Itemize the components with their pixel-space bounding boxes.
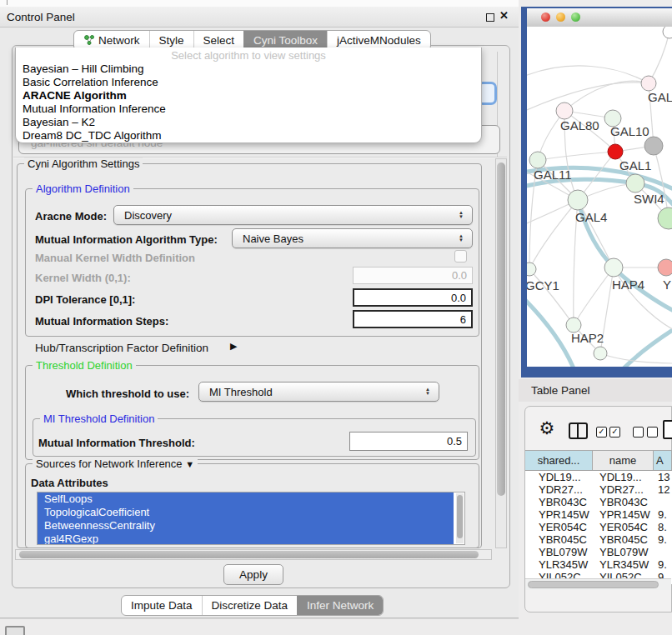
network-canvas[interactable]: GALGAL80GAL10GAL1GAL11SWI4GAL4GCY1HAP4YH… [527,27,672,367]
network-node[interactable] [594,347,607,360]
attribute-item-topologicalcoefficient[interactable]: TopologicalCoefficient [38,506,454,519]
network-node-y[interactable] [658,259,672,276]
table-row[interactable]: YDL19...YDL19...13 [525,471,672,483]
list-scrollbar-thumb[interactable] [457,495,463,538]
algorithm-option-mutual-information-inference[interactable]: Mutual Information Inference [16,102,481,116]
table-cell[interactable]: YPR145W [594,508,654,521]
close-icon[interactable]: ✕ [499,9,509,22]
network-node[interactable] [658,208,672,229]
table-cell[interactable]: YBL079W [525,546,594,558]
attribute-item-gal4rgexp[interactable]: gal4RGexp [38,532,454,545]
kernel-width-field[interactable]: 0.0 [353,267,473,284]
checked-checkbox-icon[interactable]: ✓ [596,427,607,438]
network-node[interactable] [663,27,672,38]
spinner-arrows-icon[interactable]: ▲▼ [422,388,434,396]
table-cell[interactable]: YBR045C [594,533,654,546]
tab-discretize-data[interactable]: Discretize Data [202,596,298,615]
table-cell[interactable]: YDR27... [525,483,594,496]
table-cell[interactable]: YPR145W [525,508,594,521]
network-node-gal80[interactable] [556,102,573,119]
algorithm-option-bayesian-hill-climbing[interactable]: Bayesian – Hill Climbing [16,62,481,76]
manual-kernel-checkbox[interactable] [454,250,467,262]
network-graph[interactable]: GALGAL80GAL10GAL1GAL11SWI4GAL4GCY1HAP4YH… [527,27,672,367]
table-cell[interactable]: YER054C [525,521,594,533]
table-cell[interactable]: YBR043C [525,496,594,508]
document-icon[interactable] [663,420,672,439]
network-node-gal1[interactable] [608,144,623,159]
attribute-item-selfloops[interactable]: SelfLoops [38,492,454,506]
which-threshold-combo[interactable]: MI Threshold ▲▼ [198,382,439,402]
settings-vscrollbar-thumb[interactable] [497,162,505,496]
spinner-arrows-icon[interactable]: ▲▼ [455,234,467,242]
table-cell[interactable]: YDR27... [594,483,654,496]
column-header-shared[interactable]: shared... [525,451,593,470]
mit-field[interactable]: 0.5 [349,432,468,451]
table-row[interactable]: YPR145WYPR145W9. [525,508,672,521]
network-node[interactable] [644,137,663,155]
expanded-arrow-icon[interactable]: ▼ [185,459,194,469]
table-cell[interactable]: 8. [654,521,672,533]
mi-type-combo[interactable]: Naive Bayes ▲▼ [232,228,473,248]
collapsed-panel-icon[interactable] [5,626,25,635]
table-cell[interactable]: YBR045C [525,533,594,546]
unchecked-checkbox-icon[interactable] [633,427,644,438]
aracne-mode-combo[interactable]: Discovery ▲▼ [113,205,473,225]
zoom-traffic-icon[interactable] [571,12,580,22]
network-node-gal4[interactable] [568,190,588,210]
network-node-gcy1[interactable] [527,262,536,276]
column-header-name[interactable]: name [593,451,654,470]
settings-hscrollbar[interactable] [15,549,492,560]
tab-infer-network[interactable]: Infer Network [297,596,383,615]
spinner-arrows-icon[interactable]: ▲▼ [455,211,467,219]
hub-section-label[interactable]: Hub/Transcription Factor Definition [35,342,208,354]
split-columns-icon[interactable] [569,422,588,439]
algorithm-option-bayesian-k2[interactable]: Bayesian – K2 [16,116,481,129]
network-node-gal11[interactable] [529,152,546,168]
network-node-hap4[interactable] [604,258,623,277]
close-traffic-icon[interactable] [541,12,550,22]
table-cell[interactable]: YDL19... [594,471,654,483]
data-attributes-list[interactable]: SelfLoopsTopologicalCoefficientBetweenne… [37,492,465,545]
algorithm-dropdown[interactable]: Select algorithm to view settings Bayesi… [15,48,482,143]
unchecked-checkbox-icon[interactable] [647,427,658,438]
apply-button[interactable]: Apply [223,564,283,585]
sources-title[interactable]: Sources for Network Inference ▼ [33,458,198,470]
table-cell[interactable]: YLR345W [525,558,594,571]
table-row[interactable]: YBR043CYBR043C [525,496,672,508]
network-node-gal[interactable] [641,76,656,91]
minimize-traffic-icon[interactable] [556,12,565,22]
network-node-swi4[interactable] [626,174,644,192]
mi-steps-field[interactable]: 6 [353,310,473,328]
dpi-tolerance-field[interactable]: 0.0 [353,288,473,307]
float-icon[interactable] [486,13,494,22]
settings-hscrollbar-thumb[interactable] [19,551,479,558]
settings-vscrollbar[interactable] [495,158,507,548]
tab-impute-data[interactable]: Impute Data [122,596,202,615]
column-header-a[interactable]: A [654,451,672,470]
collapsed-arrow-icon[interactable]: ▶ [230,341,237,352]
table-row[interactable]: YBR045CYBR045C9. [525,533,672,546]
algorithm-option-dream8-dc-tdc-algorithm[interactable]: Dream8 DC_TDC Algorithm [16,129,481,142]
table-row[interactable]: YER054CYER054C8. [525,521,672,533]
network-window-titlebar[interactable] [527,8,672,28]
table-hscrollbar-thumb[interactable] [528,581,659,588]
table-cell[interactable]: 13 [654,471,672,483]
table-cell[interactable]: 9. [654,558,672,571]
table-hscrollbar[interactable] [525,578,671,590]
table-row[interactable]: YBL079WYBL079W [525,546,672,558]
table-row[interactable]: YDR27...YDR27...12 [525,483,672,496]
checked-checkbox-icon[interactable]: ✓ [609,427,620,438]
table-cell[interactable]: 9. [654,508,672,521]
list-scrollbar[interactable] [456,493,464,543]
table-cell[interactable]: YBL079W [594,546,654,558]
attribute-item-betweennesscentrality[interactable]: BetweennessCentrality [38,519,454,532]
gear-icon[interactable]: ⚙ [537,418,557,438]
table-cell[interactable]: 12 [654,483,672,496]
table-row[interactable]: YLR345WYLR345W9. [525,558,672,571]
table-cell[interactable]: YBR043C [594,496,654,508]
algorithm-option-aracne-algorithm[interactable]: ARACNE Algorithm [16,89,481,102]
table-cell[interactable]: 9. [654,533,672,546]
table-cell[interactable]: YDL19... [525,471,594,483]
table-body[interactable]: YDL19...YDL19...13YDR27...YDR27...12YBR0… [525,471,672,584]
table-cell[interactable]: YER054C [594,521,654,533]
